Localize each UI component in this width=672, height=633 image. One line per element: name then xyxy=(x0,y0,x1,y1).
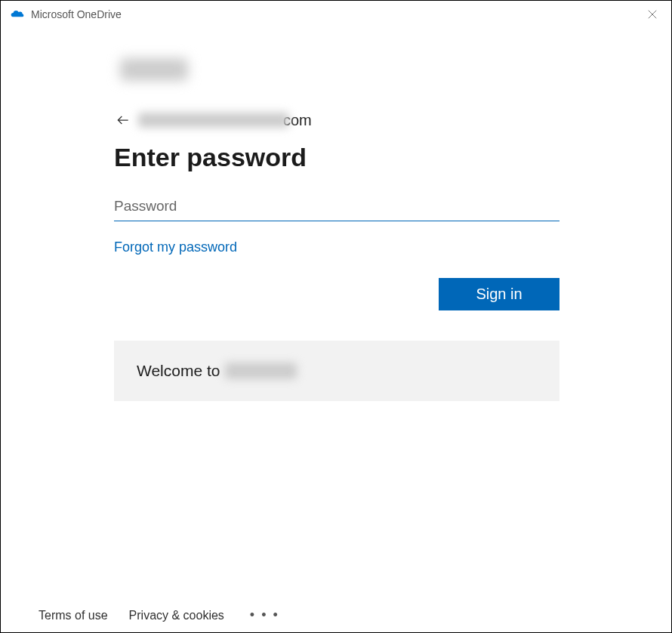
welcome-banner: Welcome to xyxy=(114,341,559,401)
terms-link[interactable]: Terms of use xyxy=(39,609,108,622)
button-row: Sign in xyxy=(114,278,559,310)
tenant-name-redacted xyxy=(225,363,297,379)
privacy-link[interactable]: Privacy & cookies xyxy=(129,609,224,622)
titlebar: Microsoft OneDrive xyxy=(1,1,671,28)
arrow-left-icon xyxy=(116,113,131,128)
onedrive-cloud-icon xyxy=(10,7,25,22)
footer: Terms of use Privacy & cookies • • • xyxy=(39,607,284,623)
password-input[interactable] xyxy=(114,193,559,221)
email-redacted xyxy=(138,113,289,128)
forgot-password-link[interactable]: Forgot my password xyxy=(114,239,237,255)
close-icon xyxy=(647,9,658,20)
close-button[interactable] xyxy=(641,3,664,26)
back-button[interactable] xyxy=(114,111,132,129)
main-content: com Enter password Forgot my password Si… xyxy=(1,28,671,401)
identity-row: com xyxy=(114,111,559,129)
welcome-text: Welcome to xyxy=(137,362,220,380)
more-options-button[interactable]: • • • xyxy=(245,607,284,623)
page-heading: Enter password xyxy=(114,143,559,172)
tenant-logo xyxy=(120,58,188,81)
signin-button[interactable]: Sign in xyxy=(439,278,559,310)
signin-form: com Enter password Forgot my password Si… xyxy=(114,58,559,401)
window-title: Microsoft OneDrive xyxy=(31,8,122,20)
ellipsis-icon: • • • xyxy=(250,607,279,622)
